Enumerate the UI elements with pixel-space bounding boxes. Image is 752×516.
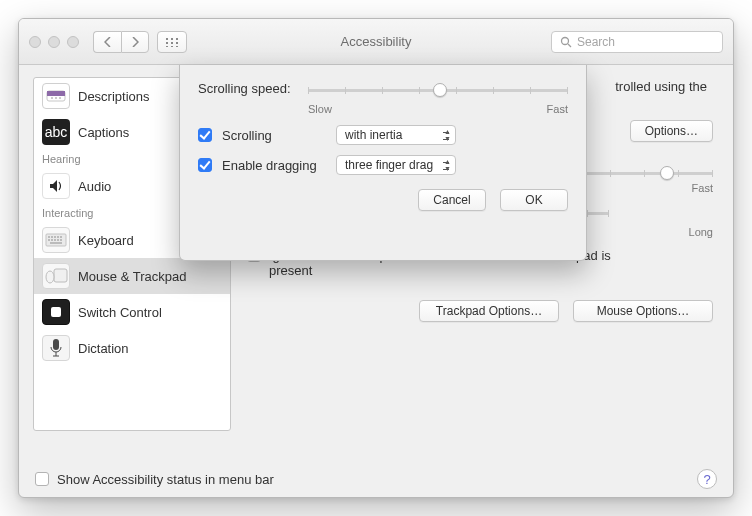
slider-knob[interactable] xyxy=(433,83,447,97)
svg-point-20 xyxy=(46,271,54,283)
sidebar-item-label: Switch Control xyxy=(78,305,162,320)
mouse-options-button[interactable]: Mouse Options… xyxy=(573,300,713,322)
svg-rect-16 xyxy=(57,239,59,241)
mouse-trackpad-icon xyxy=(42,263,70,289)
slider-knob[interactable] xyxy=(660,166,674,180)
svg-rect-17 xyxy=(60,239,62,241)
svg-rect-19 xyxy=(54,269,67,282)
zoom-icon[interactable] xyxy=(67,36,79,48)
cancel-button[interactable]: Cancel xyxy=(418,189,486,211)
svg-point-5 xyxy=(55,97,57,99)
svg-rect-8 xyxy=(48,236,50,238)
scrolling-label: Scrolling xyxy=(222,128,326,143)
close-icon[interactable] xyxy=(29,36,41,48)
enable-dragging-label: Enable dragging xyxy=(222,158,326,173)
svg-rect-3 xyxy=(47,91,65,96)
enable-dragging-checkbox[interactable] xyxy=(198,158,212,172)
scrolling-checkbox[interactable] xyxy=(198,128,212,142)
sidebar-item-label: Mouse & Trackpad xyxy=(78,269,186,284)
grid-icon xyxy=(165,37,179,47)
forward-button[interactable] xyxy=(121,31,149,53)
window-controls xyxy=(29,36,79,48)
minimize-icon[interactable] xyxy=(48,36,60,48)
svg-rect-22 xyxy=(53,339,59,350)
dictation-icon xyxy=(42,335,70,361)
trackpad-options-button[interactable]: Trackpad Options… xyxy=(419,300,559,322)
sidebar-item-label: Keyboard xyxy=(78,233,134,248)
sidebar-item-label: Descriptions xyxy=(78,89,150,104)
scrolling-speed-slider[interactable] xyxy=(308,81,568,99)
updown-icon: ▲▼ xyxy=(444,128,451,142)
show-status-checkbox[interactable] xyxy=(35,472,49,486)
scrolling-mode-value: with inertia xyxy=(345,128,402,142)
svg-point-6 xyxy=(59,97,61,99)
titlebar: Accessibility Search xyxy=(19,19,733,65)
sidebar-item-label: Captions xyxy=(78,125,129,140)
search-icon xyxy=(560,36,572,48)
sidebar-item-label: Audio xyxy=(78,179,111,194)
svg-rect-14 xyxy=(51,239,53,241)
search-placeholder: Search xyxy=(577,35,615,49)
svg-rect-9 xyxy=(51,236,53,238)
svg-rect-15 xyxy=(54,239,56,241)
spring-long-label: Long xyxy=(689,226,713,238)
sidebar-item-mouse-trackpad[interactable]: Mouse & Trackpad xyxy=(34,258,230,294)
svg-rect-21 xyxy=(51,307,61,317)
scrolling-speed-label: Scrolling speed: xyxy=(198,81,298,96)
scrolling-mode-dropdown[interactable]: with inertia ▲▼ xyxy=(336,125,456,145)
show-all-button[interactable] xyxy=(157,31,187,53)
nav-buttons xyxy=(93,31,149,53)
svg-rect-18 xyxy=(50,242,62,244)
controlled-text-fragment: trolled using the xyxy=(615,79,707,94)
trackpad-options-sheet: Scrolling speed: Slow Fast Scrolling wit… xyxy=(179,65,587,261)
svg-line-1 xyxy=(568,44,571,47)
chevron-left-icon xyxy=(104,37,112,47)
search-input[interactable]: Search xyxy=(551,31,723,53)
sidebar-item-switch-control[interactable]: Switch Control xyxy=(34,294,230,330)
svg-rect-12 xyxy=(60,236,62,238)
search-field-wrap: Search xyxy=(551,31,723,53)
svg-rect-13 xyxy=(48,239,50,241)
show-status-label: Show Accessibility status in menu bar xyxy=(57,472,274,487)
sidebar-item-label: Dictation xyxy=(78,341,129,356)
dragging-mode-value: three finger drag xyxy=(345,158,433,172)
svg-point-4 xyxy=(51,97,53,99)
captions-icon: abc xyxy=(42,119,70,145)
back-button[interactable] xyxy=(93,31,121,53)
footer: Show Accessibility status in menu bar ? xyxy=(19,461,733,497)
chevron-right-icon xyxy=(131,37,139,47)
prefs-window: Accessibility Search Descriptions abc Ca… xyxy=(18,18,734,498)
svg-rect-10 xyxy=(54,236,56,238)
sidebar-item-dictation[interactable]: Dictation xyxy=(34,330,230,366)
options-button[interactable]: Options… xyxy=(630,120,713,142)
svg-point-0 xyxy=(562,37,569,44)
audio-icon xyxy=(42,173,70,199)
svg-rect-11 xyxy=(57,236,59,238)
help-button[interactable]: ? xyxy=(697,469,717,489)
keyboard-icon xyxy=(42,227,70,253)
ok-button[interactable]: OK xyxy=(500,189,568,211)
dragging-mode-dropdown[interactable]: three finger drag ▲▼ xyxy=(336,155,456,175)
slow-label: Slow xyxy=(308,103,332,115)
fast-label: Fast xyxy=(547,103,568,115)
updown-icon: ▲▼ xyxy=(444,158,451,172)
switch-control-icon xyxy=(42,299,70,325)
descriptions-icon xyxy=(42,83,70,109)
